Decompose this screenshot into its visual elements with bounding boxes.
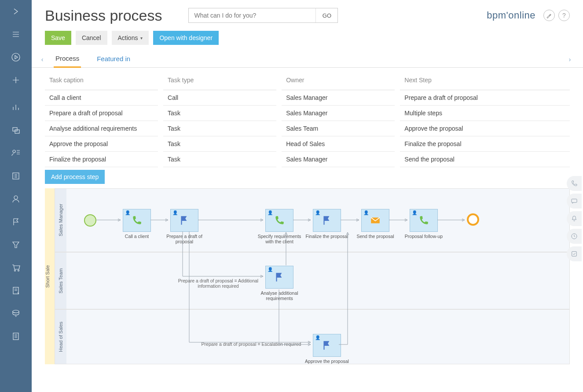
node-label: Finalize the proposal xyxy=(301,234,353,239)
svg-point-0 xyxy=(12,53,20,61)
node-label: Analyse additional requirements xyxy=(253,290,306,301)
lane-sales-manager: Sales Manager 👤 Call a client 👤 Prepare … xyxy=(55,188,570,252)
page-title: Business process xyxy=(45,7,162,24)
svg-text:1: 1 xyxy=(15,314,17,318)
document-icon[interactable] xyxy=(0,279,32,302)
table-row[interactable]: Head of Sales xyxy=(282,136,395,152)
chart-icon[interactable] xyxy=(0,96,32,119)
menu-icon[interactable] xyxy=(0,23,32,46)
bell-icon[interactable] xyxy=(567,211,582,226)
play-icon[interactable] xyxy=(0,46,32,69)
expand-icon[interactable] xyxy=(0,0,32,23)
tab-process[interactable]: Process xyxy=(54,51,81,68)
start-event[interactable] xyxy=(84,214,96,227)
task-call-client[interactable]: 👤 xyxy=(123,209,151,232)
phone-icon[interactable] xyxy=(567,176,582,191)
user-icon: 👤 xyxy=(363,210,369,215)
tab-featured[interactable]: Featured in xyxy=(95,51,132,67)
mail-icon xyxy=(370,215,381,226)
process-diagram: Short Sale Sales Manager 👤 Call a client… xyxy=(45,188,570,373)
funnel-icon[interactable] xyxy=(0,233,32,256)
clock-icon[interactable] xyxy=(567,229,582,244)
task-follow-up[interactable]: 👤 xyxy=(410,209,438,232)
user-icon: 👤 xyxy=(268,210,273,215)
lane-sales-team: Sales Team 👤 Analyse additional requirem… xyxy=(55,252,570,309)
right-dock xyxy=(565,176,583,261)
pool-label: Short Sale xyxy=(45,188,55,364)
flag-icon xyxy=(321,215,333,226)
table-row[interactable]: Approve the proposal xyxy=(400,121,570,136)
table-row[interactable]: Finalize the proposal xyxy=(45,152,158,167)
plus-icon[interactable] xyxy=(0,69,32,92)
table-row[interactable]: Call xyxy=(163,90,276,106)
table-row[interactable]: Multiple steps xyxy=(400,106,570,121)
task-analyse-requirements[interactable]: 👤 xyxy=(265,266,293,289)
table-row[interactable]: Analyse additional requirements xyxy=(45,121,158,136)
task-prepare-draft[interactable]: 👤 xyxy=(170,209,198,232)
feed-icon[interactable] xyxy=(0,119,32,142)
col-type: Task type xyxy=(163,77,276,90)
actions-dropdown[interactable]: Actions xyxy=(112,31,149,45)
flag-icon[interactable] xyxy=(0,210,32,233)
go-button[interactable]: GO xyxy=(315,8,337,22)
phone-icon xyxy=(418,215,429,226)
table-row[interactable]: Task xyxy=(163,106,276,121)
tab-prev-icon[interactable]: ‹ xyxy=(38,56,47,63)
node-label: Proposal follow-up xyxy=(397,234,450,239)
node-label: Prepare a draft of proposal xyxy=(158,234,211,244)
task-approve[interactable]: 👤 xyxy=(313,334,341,357)
accounts-icon[interactable] xyxy=(0,165,32,187)
user-icon: 👤 xyxy=(268,267,273,272)
user-icon: 👤 xyxy=(172,210,178,215)
user-icon: 👤 xyxy=(315,210,320,215)
add-process-step-button[interactable]: Add process step xyxy=(45,170,105,184)
svg-point-7 xyxy=(18,270,19,271)
table-row[interactable]: Task xyxy=(163,136,276,152)
table-row[interactable]: Sales Manager xyxy=(282,90,395,106)
condition-label: Prepare a draft of proposal = Additional… xyxy=(172,278,264,289)
svg-point-5 xyxy=(14,196,18,199)
table-row[interactable]: Task xyxy=(163,121,276,136)
table-row[interactable]: Sales Manager xyxy=(282,152,395,167)
save-button[interactable]: Save xyxy=(45,31,71,45)
user-icon: 👤 xyxy=(125,210,130,215)
table-row[interactable]: Sales Team xyxy=(282,121,395,136)
node-label: Specify requirements with the client xyxy=(253,234,306,244)
chat-icon[interactable] xyxy=(567,194,582,209)
open-designer-button[interactable]: Open with designer xyxy=(153,31,219,45)
lane-label: Head of Sales xyxy=(55,310,66,364)
tab-next-icon[interactable]: › xyxy=(565,56,574,63)
table-row[interactable]: Send the proposal xyxy=(400,152,570,167)
user-icon[interactable] xyxy=(0,187,32,210)
help-icon[interactable]: ? xyxy=(558,10,570,21)
table-row[interactable]: Prepare a draft of proposal xyxy=(45,106,158,121)
wrench-icon[interactable] xyxy=(543,10,555,21)
table-row[interactable]: Call a client xyxy=(45,90,158,106)
col-next: Next Step xyxy=(400,77,570,90)
svg-rect-22 xyxy=(572,252,577,256)
left-nav: 1 xyxy=(0,0,32,392)
col-caption: Task caption xyxy=(45,77,158,90)
svg-point-9 xyxy=(13,310,19,313)
table-row[interactable]: Prepare a draft of proposal xyxy=(400,90,570,106)
tabs: ‹ Process Featured in › xyxy=(32,45,583,68)
contacts-icon[interactable] xyxy=(0,142,32,165)
table-row[interactable]: Task xyxy=(163,152,276,167)
table-row[interactable]: Approve the proposal xyxy=(45,136,158,152)
col-owner: Owner xyxy=(282,77,395,90)
task-specify-requirements[interactable]: 👤 xyxy=(265,209,293,232)
coins-icon[interactable]: 1 xyxy=(0,302,32,325)
list-icon[interactable] xyxy=(0,325,32,348)
end-event[interactable] xyxy=(467,213,479,226)
task-send-proposal[interactable]: 👤 xyxy=(361,209,389,232)
user-icon: 👤 xyxy=(315,335,320,340)
svg-rect-20 xyxy=(572,199,577,202)
task-finalize[interactable]: 👤 xyxy=(313,209,341,232)
table-row[interactable]: Finalize the proposal xyxy=(400,136,570,152)
cart-icon[interactable] xyxy=(0,256,32,279)
table-row[interactable]: Sales Manager xyxy=(282,106,395,121)
search-box: GO xyxy=(188,8,338,23)
cancel-button[interactable]: Cancel xyxy=(76,31,107,45)
search-input[interactable] xyxy=(189,8,315,22)
check-icon[interactable] xyxy=(567,246,582,261)
